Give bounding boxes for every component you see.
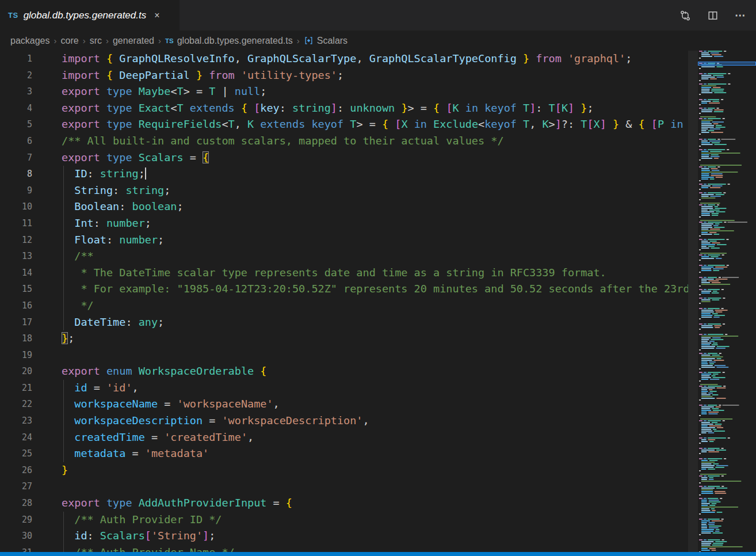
code-line[interactable]: 22 workspaceName = 'workspaceName', xyxy=(0,396,688,413)
breadcrumb-item-packages[interactable]: packages xyxy=(10,36,50,46)
breadcrumb-item-core[interactable]: core xyxy=(61,36,79,46)
breadcrumb-item-symbol[interactable]: Scalars xyxy=(317,36,348,46)
code-text: * For example: "1985-04-12T23:20:50.52Z"… xyxy=(32,281,688,298)
code-text: export type Scalars = { xyxy=(32,150,209,166)
line-number[interactable]: 23 xyxy=(0,413,32,429)
line-number[interactable]: 4 xyxy=(0,100,32,117)
editor-actions: ⋯ xyxy=(679,0,756,31)
code-line[interactable]: 27 xyxy=(0,478,688,495)
breadcrumb-item-src[interactable]: src xyxy=(90,36,102,46)
code-line[interactable]: 16 */ xyxy=(0,298,688,314)
code-text: */ xyxy=(32,298,94,314)
line-number[interactable]: 27 xyxy=(0,478,32,495)
line-number[interactable]: 1 xyxy=(0,51,32,67)
code-lines: 1import { GraphQLResolveInfo, GraphQLSca… xyxy=(0,51,688,552)
compare-changes-icon[interactable] xyxy=(679,9,692,22)
code-line[interactable]: 19 xyxy=(0,347,688,364)
tab-close-icon[interactable]: × xyxy=(154,11,159,20)
code-line[interactable]: 29 /** Auth Provider ID */ xyxy=(0,512,688,528)
symbol-type-icon xyxy=(304,36,314,45)
code-line[interactable]: 17 DateTime: any; xyxy=(0,314,688,331)
line-number[interactable]: 16 xyxy=(0,298,32,314)
code-line[interactable]: 10 Boolean: boolean; xyxy=(0,199,688,215)
code-line[interactable]: 28export type AddAuthProviderInput = { xyxy=(0,495,688,512)
code-line[interactable]: 9 String: string; xyxy=(0,182,688,199)
line-number[interactable]: 22 xyxy=(0,396,32,413)
line-number[interactable]: 15 xyxy=(0,281,32,298)
code-text: id: Scalars['String']; xyxy=(32,528,215,544)
code-text: export type RequireFields<T, K extends k… xyxy=(32,116,688,133)
code-line[interactable]: 7export type Scalars = { xyxy=(0,150,688,166)
breadcrumb-item-generated[interactable]: generated xyxy=(113,36,154,46)
line-number[interactable]: 11 xyxy=(0,215,32,232)
code-text: ID: string; xyxy=(32,166,146,182)
line-number[interactable]: 8 xyxy=(0,166,32,182)
breadcrumb-separator-icon: › xyxy=(297,36,300,45)
line-number[interactable]: 30 xyxy=(0,528,32,544)
code-line[interactable]: 15 * For example: "1985-04-12T23:20:50.5… xyxy=(0,281,688,298)
code-line[interactable]: 11 Int: number; xyxy=(0,215,688,232)
code-line[interactable]: 21 id = 'id', xyxy=(0,380,688,397)
vertical-scrollbar[interactable] xyxy=(688,51,698,552)
tab-bar: TS global.db.types.generated.ts × xyxy=(0,0,756,31)
breadcrumb-item-file[interactable]: global.db.types.generated.ts xyxy=(177,36,293,46)
code-text: /** xyxy=(32,248,94,265)
tab-title: global.db.types.generated.ts xyxy=(24,10,147,21)
line-number[interactable]: 10 xyxy=(0,199,32,215)
typescript-file-icon: TS xyxy=(8,11,18,20)
code-line[interactable]: 18}; xyxy=(0,330,688,347)
code-line[interactable]: 4export type Exact<T extends { [key: str… xyxy=(0,100,688,117)
line-number[interactable]: 21 xyxy=(0,380,32,397)
line-number[interactable]: 24 xyxy=(0,429,32,446)
code-line[interactable]: 14 * The DateTime scalar type represents… xyxy=(0,265,688,281)
code-text: /** Auth Provider Name */ xyxy=(32,544,235,552)
code-text xyxy=(32,478,62,495)
breadcrumb-separator-icon: › xyxy=(158,36,161,45)
line-number[interactable]: 6 xyxy=(0,133,32,150)
line-number[interactable]: 18 xyxy=(0,330,32,347)
code-line[interactable]: 25 metadata = 'metadata' xyxy=(0,445,688,462)
code-line[interactable]: 30 id: Scalars['String']; xyxy=(0,528,688,544)
code-text: import { DeepPartial } from 'utility-typ… xyxy=(32,67,343,84)
code-line[interactable]: 5export type RequireFields<T, K extends … xyxy=(0,116,688,133)
line-number[interactable]: 29 xyxy=(0,512,32,528)
tab-global-db-types[interactable]: TS global.db.types.generated.ts × xyxy=(0,0,180,31)
code-line[interactable]: 13 /** xyxy=(0,248,688,265)
line-number[interactable]: 28 xyxy=(0,495,32,512)
line-number[interactable]: 19 xyxy=(0,347,32,364)
code-text: export type AddAuthProviderInput = { xyxy=(32,495,292,512)
line-number[interactable]: 14 xyxy=(0,265,32,281)
line-number[interactable]: 20 xyxy=(0,363,32,380)
line-number[interactable]: 25 xyxy=(0,445,32,462)
code-line[interactable]: 6/** All built-in and custom scalars, ma… xyxy=(0,133,688,150)
code-line[interactable]: 24 createdTime = 'createdTime', xyxy=(0,429,688,446)
code-line[interactable]: 26} xyxy=(0,462,688,479)
code-line[interactable]: 1import { GraphQLResolveInfo, GraphQLSca… xyxy=(0,51,688,67)
code-line[interactable]: 12 Float: number; xyxy=(0,232,688,249)
code-line[interactable]: 2import { DeepPartial } from 'utility-ty… xyxy=(0,67,688,84)
line-number[interactable]: 31 xyxy=(0,544,32,552)
line-number[interactable]: 9 xyxy=(0,182,32,199)
code-text: Int: number; xyxy=(32,215,151,232)
line-number[interactable]: 13 xyxy=(0,248,32,265)
code-text: /** Auth Provider ID */ xyxy=(32,512,222,528)
code-line[interactable]: 3export type Maybe<T> = T | null; xyxy=(0,83,688,100)
code-line[interactable]: 20export enum WorkspaceOrderable { xyxy=(0,363,688,380)
code-line[interactable]: 31 /** Auth Provider Name */ xyxy=(0,544,688,552)
split-editor-icon[interactable] xyxy=(707,9,719,22)
code-editor[interactable]: 1import { GraphQLResolveInfo, GraphQLSca… xyxy=(0,51,756,552)
line-number[interactable]: 17 xyxy=(0,314,32,331)
line-number[interactable]: 3 xyxy=(0,83,32,100)
line-number[interactable]: 26 xyxy=(0,462,32,479)
code-text: import { GraphQLResolveInfo, GraphQLScal… xyxy=(32,51,632,67)
line-number[interactable]: 12 xyxy=(0,232,32,249)
more-actions-icon[interactable]: ⋯ xyxy=(734,9,747,22)
line-number[interactable]: 7 xyxy=(0,150,32,166)
code-line[interactable]: 23 workspaceDescription = 'workspaceDesc… xyxy=(0,413,688,429)
line-number[interactable]: 5 xyxy=(0,116,32,133)
breadcrumb-separator-icon: › xyxy=(83,36,86,45)
minimap[interactable] xyxy=(698,51,756,552)
code-line[interactable]: 8 ID: string; xyxy=(0,166,688,182)
status-bar xyxy=(0,552,756,556)
line-number[interactable]: 2 xyxy=(0,67,32,84)
